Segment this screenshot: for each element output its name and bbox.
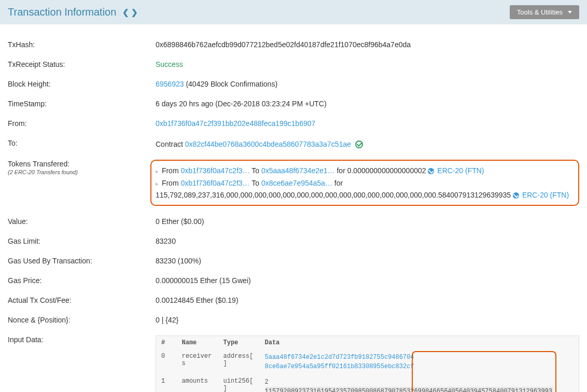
row-timestamp: TimeStamp: 6 days 20 hrs ago (Dec-26-201… <box>8 94 579 114</box>
erc20-icon <box>513 192 519 199</box>
col-name: Name <box>177 336 218 350</box>
value-nonce: 0 | {42} <box>156 316 579 324</box>
row-from: From: 0xb1f736f0a47c2f391bb202e488feca19… <box>8 114 579 133</box>
row-receipt: TxReceipt Status: Success <box>8 54 579 74</box>
row-txhash: TxHash: 0x6898846b762aefcdb99d077212bed5… <box>8 35 579 54</box>
col-spacer <box>558 336 579 350</box>
t2-to-label: To <box>251 179 261 187</box>
value-timestamp: 6 days 20 hrs ago (Dec-26-2018 03:23:24 … <box>156 100 579 108</box>
t2-to-link[interactable]: 0x8ce6ae7e954a5a… <box>261 179 332 187</box>
r1-d1: 2 <box>265 377 553 387</box>
r0-data: 5aaa48f6734e2e1c2d7d723fb9182755c9486704… <box>260 349 558 374</box>
title-text: Transaction Information <box>8 6 116 18</box>
label-tokens: Tokens Transfered: (2 ERC-20 Transfers f… <box>8 160 156 175</box>
nav-arrows: ❮ ❯ <box>122 8 138 17</box>
r0-type: address[] <box>218 349 260 374</box>
value-cost: 0.00124845 Ether ($0.19) <box>156 296 579 304</box>
table-row: 1 amounts uint256[] 2 115792089237316195… <box>156 374 579 392</box>
r0-d1-link[interactable]: 5aaa48f6734e2e1c2d7d723fb9182755c9486704 <box>265 353 553 362</box>
r0-name: receivers <box>177 349 218 374</box>
value-txhash: 0x6898846b762aefcdb99d077212bed5e02fd401… <box>156 40 579 49</box>
row-nonce: Nonce & {Position}: 0 | {42} <box>8 310 579 330</box>
label-txhash: TxHash: <box>8 40 156 49</box>
label-cost: Actual Tx Cost/Fee: <box>8 296 156 304</box>
chevron-down-icon <box>568 11 572 13</box>
label-to: To: <box>8 139 156 147</box>
r0-idx: 0 <box>156 349 177 374</box>
t1-from-label: From <box>162 166 181 175</box>
label-timestamp: TimeStamp: <box>8 100 156 108</box>
value-gaslimit: 83230 <box>156 237 579 245</box>
t2-for: for <box>334 179 343 187</box>
input-data-table: # Name Type Data 0 receivers address[] 5… <box>156 335 579 392</box>
block-link[interactable]: 6956923 <box>156 80 184 88</box>
label-gasprice: Gas Price: <box>8 276 156 285</box>
tokens-sub: (2 ERC-20 Transfers found) <box>8 169 156 175</box>
value-to: Contract 0x82cf44be0768a3600c4bdea586077… <box>156 139 579 148</box>
next-tx-button[interactable]: ❯ <box>131 8 138 17</box>
table-row: 0 receivers address[] 5aaa48f6734e2e1c2d… <box>156 349 579 374</box>
transfer-2-amount: 115,792,089,237,316,000,000,000,000,000,… <box>156 189 574 201</box>
label-from: From: <box>8 119 156 128</box>
to-addr-link[interactable]: 0x82cf44be0768a3600c4bdea58607783a3a7c51… <box>185 140 351 148</box>
label-value: Value: <box>8 217 156 226</box>
t2-from-link[interactable]: 0xb1f736f0a47c2f3… <box>180 179 249 187</box>
value-value: 0 Ether ($0.00) <box>156 217 579 226</box>
row-gasprice: Gas Price: 0.000000015 Ether (15 Gwei) <box>8 271 579 290</box>
row-to: To: Contract 0x82cf44be0768a3600c4bdea58… <box>8 133 579 154</box>
r1-data: 2 11579208923731619542357098500868790785… <box>260 374 558 392</box>
row-value: Value: 0 Ether ($0.00) <box>8 212 579 231</box>
t1-from-link[interactable]: 0xb1f736f0a47c2f3… <box>180 166 249 175</box>
prev-tx-button[interactable]: ❮ <box>122 8 129 17</box>
value-block-wrap: 6956923 (40429 Block Confirmations) <box>156 80 579 88</box>
erc20-icon <box>428 168 434 174</box>
label-inputdata: Input Data: <box>8 335 156 344</box>
tokens-box: ▸ From 0xb1f736f0a47c2f3… To 0x5aaa48f67… <box>150 160 579 206</box>
col-type: Type <box>218 336 260 350</box>
value-gasused: 83230 (100%) <box>156 257 579 265</box>
t2-token-link[interactable]: ERC-20 (FTN) <box>522 191 569 199</box>
t1-for: for 0.000000000000000002 <box>337 166 428 175</box>
triangle-icon: ▸ <box>156 168 159 174</box>
inputdata-wrap: # Name Type Data 0 receivers address[] 5… <box>156 335 579 392</box>
r1-d2: 1157920892373161954235709850086879078532… <box>265 387 553 392</box>
row-cost: Actual Tx Cost/Fee: 0.00124845 Ether ($0… <box>8 290 579 310</box>
label-block: Block Height: <box>8 80 156 88</box>
tokens-label-text: Tokens Transfered: <box>8 160 69 168</box>
transfer-2: ▸ From 0xb1f736f0a47c2f3… To 0x8ce6ae7e9… <box>156 176 574 189</box>
t2-from-label: From <box>162 179 181 187</box>
label-gasused: Gas Used By Transaction: <box>8 257 156 265</box>
r1-name: amounts <box>177 374 218 392</box>
r1-type: uint256[] <box>218 374 260 392</box>
transfer-1: ▸ From 0xb1f736f0a47c2f3… To 0x5aaa48f67… <box>156 164 574 176</box>
col-data: Data <box>260 336 558 350</box>
tools-utilities-button[interactable]: Tools & Utilities <box>510 5 579 19</box>
verified-check-icon <box>355 141 363 148</box>
tokens-box-wrap: ▸ From 0xb1f736f0a47c2f3… To 0x5aaa48f67… <box>156 160 579 206</box>
content-area: TxHash: 0x6898846b762aefcdb99d077212bed5… <box>0 24 587 392</box>
t2-num: 115,792,089,237,316,000,000,000,000,000,… <box>156 191 513 199</box>
row-gaslimit: Gas Limit: 83230 <box>8 231 579 251</box>
t1-to-label: To <box>251 166 261 175</box>
col-hash: # <box>156 336 177 350</box>
t1-to-link[interactable]: 0x5aaa48f6734e2e1… <box>261 166 335 175</box>
table-header-row: # Name Type Data <box>156 336 579 350</box>
label-receipt: TxReceipt Status: <box>8 60 156 68</box>
triangle-icon: ▸ <box>156 180 159 187</box>
value-receipt: Success <box>156 60 579 68</box>
value-gasprice: 0.000000015 Ether (15 Gwei) <box>156 276 579 285</box>
row-block: Block Height: 6956923 (40429 Block Confi… <box>8 74 579 94</box>
r1-idx: 1 <box>156 374 177 392</box>
value-from: 0xb1f736f0a47c2f391bb202e488feca199c1b69… <box>156 119 579 128</box>
to-prefix: Contract <box>156 140 185 148</box>
row-inputdata: Input Data: # Name Type Data 0 receivers <box>8 330 579 392</box>
from-addr-link[interactable]: 0xb1f736f0a47c2f391bb202e488feca199c1b69… <box>156 119 315 128</box>
t1-token-link[interactable]: ERC-20 (FTN) <box>437 166 484 175</box>
label-nonce: Nonce & {Position}: <box>8 316 156 324</box>
block-conf: (40429 Block Confirmations) <box>184 80 278 88</box>
label-gaslimit: Gas Limit: <box>8 237 156 245</box>
page-title: Transaction Information ❮ ❯ <box>8 6 138 18</box>
r0-d2-link[interactable]: 8ce6ae7e954a5a95ff02161b83308955ebc832cf <box>265 362 553 371</box>
row-gasused: Gas Used By Transaction: 83230 (100%) <box>8 251 579 271</box>
tools-label: Tools & Utilities <box>517 8 563 16</box>
